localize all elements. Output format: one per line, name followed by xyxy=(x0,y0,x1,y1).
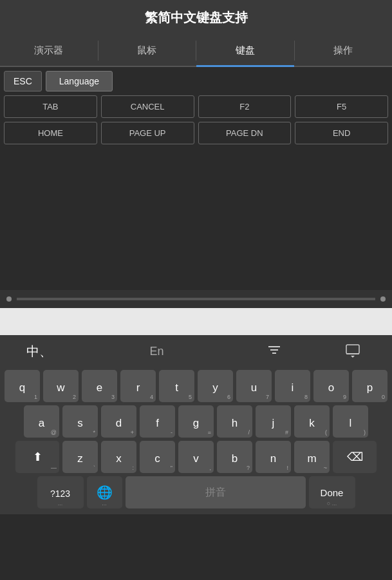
key-h[interactable]: h/ xyxy=(217,405,252,438)
key-k[interactable]: k( xyxy=(294,405,330,438)
input-field[interactable] xyxy=(0,308,392,335)
key-o[interactable]: o9 xyxy=(313,370,349,402)
shift-key[interactable]: ⬆ — xyxy=(15,441,59,473)
key-q[interactable]: q1 xyxy=(5,370,40,402)
lang-zh-button[interactable]: 中、 xyxy=(0,343,79,360)
tab-key-button[interactable]: TAB xyxy=(4,95,97,118)
key-l[interactable]: l) xyxy=(333,405,368,438)
end-key-button[interactable]: END xyxy=(295,122,388,144)
keyboard-settings-icon[interactable] xyxy=(235,342,313,361)
key-s[interactable]: s* xyxy=(62,405,98,438)
key-f[interactable]: f- xyxy=(140,405,175,438)
tab-bar: 演示器 鼠标 键盘 操作 xyxy=(0,35,392,67)
title-bar: 繁简中文键盘支持 xyxy=(0,0,392,35)
key-v[interactable]: v, xyxy=(178,441,214,473)
pagedn-key-button[interactable]: PAGE DN xyxy=(198,122,292,144)
cancel-key-button[interactable]: CANCEL xyxy=(101,95,194,118)
svg-rect-0 xyxy=(346,345,359,354)
key-y[interactable]: y6 xyxy=(198,370,233,402)
home-key-button[interactable]: HOME xyxy=(4,122,97,144)
key-toolbar: ESC Language TAB CANCEL F2 F5 HOME PAGE … xyxy=(0,67,392,152)
key-n[interactable]: n! xyxy=(256,441,291,473)
tab-demo[interactable]: 演示器 xyxy=(0,35,98,66)
backspace-key[interactable]: ⌫ xyxy=(333,441,377,473)
content-area xyxy=(0,152,392,287)
lang-en-button[interactable]: En xyxy=(79,345,236,358)
keyboard-lang-row: 中、 En xyxy=(0,335,392,367)
key-e[interactable]: e3 xyxy=(82,370,117,402)
key-c[interactable]: c" xyxy=(140,441,175,473)
tab-mouse[interactable]: 鼠标 xyxy=(98,35,196,66)
esc-button[interactable]: ESC xyxy=(4,71,42,92)
key-p[interactable]: p0 xyxy=(352,370,387,402)
done-key[interactable]: Done ○ ... xyxy=(309,476,355,508)
keyboard-row-3: ⬆ — z` x: c" v, b? n! m~ ⌫ xyxy=(1,441,391,473)
scrollbar-area xyxy=(0,290,392,308)
keyboard: q1 w2 e3 r4 t5 y6 u7 i8 o9 p0 a@ s* d+ f… xyxy=(0,367,392,514)
key-b[interactable]: b? xyxy=(217,441,252,473)
key-a[interactable]: a@ xyxy=(24,405,59,438)
scroll-dot-left xyxy=(6,296,12,302)
toolbar-row1: TAB CANCEL F2 F5 xyxy=(4,95,388,118)
tab-keyboard[interactable]: 键盘 xyxy=(196,35,294,66)
toolbar-row2: HOME PAGE UP PAGE DN END xyxy=(4,122,388,144)
key-z[interactable]: z` xyxy=(62,441,98,473)
language-button[interactable]: Language xyxy=(46,71,113,92)
keyboard-row-2: a@ s* d+ f- g= h/ j# k( l) xyxy=(1,405,391,438)
f5-key-button[interactable]: F5 xyxy=(295,95,388,118)
keyboard-row-4: ?123 ... 🌐 ... 拼音 Done ○ ... xyxy=(1,476,391,508)
key-i[interactable]: i8 xyxy=(275,370,310,402)
key-x[interactable]: x: xyxy=(101,441,136,473)
key-r[interactable]: r4 xyxy=(120,370,156,402)
space-key[interactable]: 拼音 xyxy=(126,476,306,508)
num-key[interactable]: ?123 ... xyxy=(37,476,84,508)
keyboard-hide-icon[interactable] xyxy=(313,342,392,361)
pageup-key-button[interactable]: PAGE UP xyxy=(101,122,194,144)
key-w[interactable]: w2 xyxy=(43,370,79,402)
key-m[interactable]: m~ xyxy=(294,441,330,473)
toolbar-top-row: ESC Language xyxy=(4,71,388,92)
scroll-track[interactable] xyxy=(17,298,375,300)
tab-actions[interactable]: 操作 xyxy=(295,35,393,66)
page-title: 繁简中文键盘支持 xyxy=(145,10,248,24)
key-d[interactable]: d+ xyxy=(101,405,136,438)
key-t[interactable]: t5 xyxy=(159,370,194,402)
key-j[interactable]: j# xyxy=(256,405,291,438)
keyboard-row-1: q1 w2 e3 r4 t5 y6 u7 i8 o9 p0 xyxy=(1,370,391,402)
f2-key-button[interactable]: F2 xyxy=(198,95,292,118)
globe-key[interactable]: 🌐 ... xyxy=(87,476,122,508)
key-g[interactable]: g= xyxy=(178,405,214,438)
key-u[interactable]: u7 xyxy=(236,370,272,402)
scroll-dot-right xyxy=(380,296,386,302)
